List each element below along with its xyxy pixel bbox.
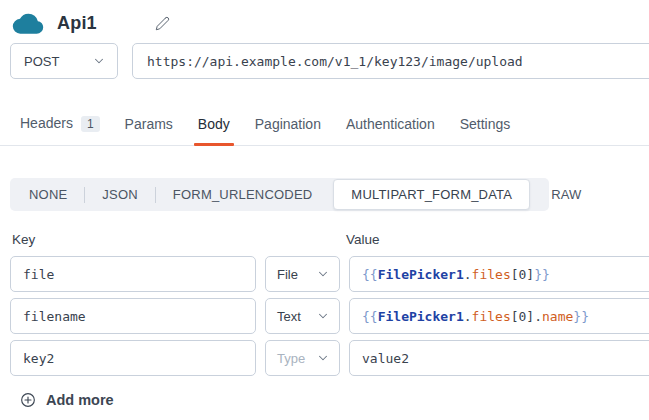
tab-headers[interactable]: Headers1 xyxy=(20,109,100,145)
form-row: key2 Type value2 xyxy=(10,340,649,376)
type-select[interactable]: Type xyxy=(265,340,340,376)
tab-params[interactable]: Params xyxy=(125,110,173,145)
form-row: filename Text {{FilePicker1.files[0].nam… xyxy=(10,298,649,334)
headers-count-badge: 1 xyxy=(81,116,100,132)
value-input[interactable]: {{FilePicker1.files[0].name}} xyxy=(349,298,649,334)
column-labels: Key Value xyxy=(12,232,649,247)
chevron-down-icon xyxy=(316,309,330,323)
key-input[interactable]: file xyxy=(10,256,256,292)
body-type-selector: NONE JSON FORM_URLENCODED MULTIPART_FORM… xyxy=(10,178,549,211)
pencil-icon xyxy=(155,16,170,31)
body-type-multipart-form-data[interactable]: MULTIPART_FORM_DATA xyxy=(333,179,530,210)
body-type-json[interactable]: JSON xyxy=(85,179,154,210)
key-column-label: Key xyxy=(12,232,346,247)
request-row: POST https://api.example.com/v1_1/key123… xyxy=(10,43,649,79)
tab-authentication[interactable]: Authentication xyxy=(346,110,435,145)
request-config-tabs: Headers1 Params Body Pagination Authenti… xyxy=(0,109,649,146)
tab-body[interactable]: Body xyxy=(198,110,230,145)
request-url-value: https://api.example.com/v1_1/key123/imag… xyxy=(147,54,523,69)
value-input[interactable]: value2 xyxy=(349,340,649,376)
key-input[interactable]: filename xyxy=(10,298,256,334)
chevron-down-icon xyxy=(316,267,330,281)
body-type-none[interactable]: NONE xyxy=(12,179,84,210)
chevron-down-icon xyxy=(92,54,106,68)
type-select[interactable]: File xyxy=(265,256,340,292)
add-more-button[interactable]: Add more xyxy=(20,392,114,408)
value-column-label: Value xyxy=(346,232,380,247)
key-input[interactable]: key2 xyxy=(10,340,256,376)
type-select[interactable]: Text xyxy=(265,298,340,334)
plus-circle-icon xyxy=(20,392,36,408)
chevron-down-icon xyxy=(316,351,330,365)
edit-title-button[interactable] xyxy=(153,13,173,33)
http-method-select[interactable]: POST xyxy=(10,43,118,79)
header: Api1 xyxy=(0,0,649,35)
tab-settings[interactable]: Settings xyxy=(460,110,511,145)
value-input[interactable]: {{FilePicker1.files[0]}} xyxy=(349,256,649,292)
api-title: Api1 xyxy=(57,13,97,34)
http-method-value: POST xyxy=(24,54,59,69)
tab-pagination[interactable]: Pagination xyxy=(255,110,321,145)
cloud-api-icon xyxy=(12,11,44,35)
request-url-input[interactable]: https://api.example.com/v1_1/key123/imag… xyxy=(132,43,649,79)
form-row: file File {{FilePicker1.files[0]}} xyxy=(10,256,649,292)
body-type-form-urlencoded[interactable]: FORM_URLENCODED xyxy=(156,179,330,210)
body-type-raw[interactable]: RAW xyxy=(534,179,598,210)
